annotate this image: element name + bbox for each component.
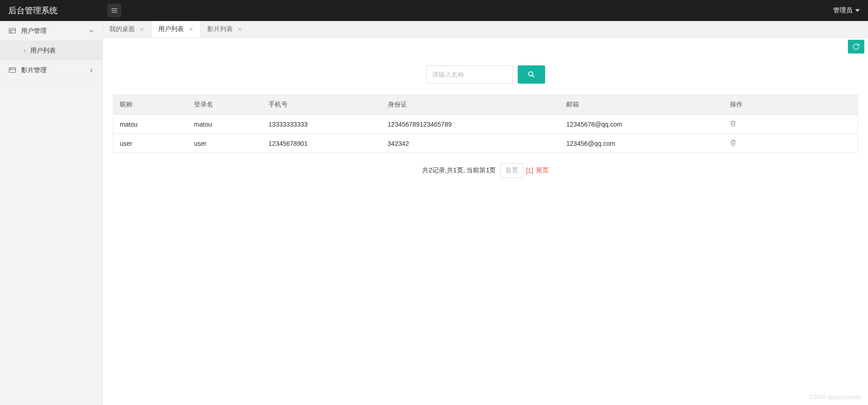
sidebar-item-movie-management[interactable]: 影片管理 [0,60,102,80]
chevron-down-icon [89,28,94,34]
user-menu[interactable]: 管理员 [833,6,868,15]
tab-user-list[interactable]: 用户列表 ✕ [152,21,201,37]
tab-label: 影片列表 [207,25,233,33]
sidebar-item-label: 用户管理 [21,27,89,35]
tab-label: 用户列表 [158,25,184,33]
col-phone: 手机号 [262,95,381,115]
svg-point-6 [11,31,11,32]
cell-nickname: user [113,134,188,153]
svg-rect-4 [9,28,16,33]
cell-login: user [188,134,262,153]
chevron-left-icon [89,68,94,73]
cell-nickname: matou [113,115,188,134]
caret-right-icon: › [24,48,26,54]
refresh-button[interactable] [848,40,864,53]
pagination-info: 共2记录,共1页, 当前第1页 [422,166,496,175]
toolbar [103,40,868,56]
svg-line-11 [532,75,534,77]
col-nickname: 昵称 [113,95,188,115]
tab-desktop[interactable]: 我的桌面 ✕ [103,21,152,37]
cell-action [723,115,857,134]
search-input[interactable] [426,65,513,84]
tab-movie-list[interactable]: 影片列表 ✕ [201,21,250,37]
cell-phone: 13333333333 [262,115,381,134]
content-pane: 昵称 登录名 手机号 身份证 邮箱 操作 matou matou 1333333 [103,38,868,405]
search-button[interactable] [518,65,545,84]
cell-idcard: 123456789123465789 [381,115,560,134]
header: 后台管理系统 管理员 [0,0,868,21]
sidebar: 用户管理 › 用户列表 影片管理 [0,21,103,405]
svg-rect-7 [9,68,16,73]
user-name: 管理员 [833,6,852,15]
pagination-current: [1] [526,167,533,174]
tab-label: 我的桌面 [109,25,135,33]
sidebar-subitem-label: 用户列表 [30,47,56,55]
pagination-last[interactable]: 尾页 [536,166,549,175]
tab-close-button[interactable]: ✕ [139,26,145,32]
cell-email: 123456@qq.com [560,134,723,153]
sidebar-item-label: 影片管理 [21,66,89,75]
svg-marker-3 [855,9,860,12]
pagination: 共2记录,共1页, 当前第1页 首页 [1] 尾页 [103,153,868,188]
cell-email: 12345678@qq.com [560,115,723,134]
hamburger-icon [111,7,118,14]
svg-point-10 [529,72,533,76]
tabs: 我的桌面 ✕ 用户列表 ✕ 影片列表 ✕ [103,21,868,38]
cell-login: matou [188,115,262,134]
user-management-icon [8,27,16,35]
col-action: 操作 [723,95,857,115]
movie-management-icon [8,66,16,75]
cell-action [723,134,857,153]
tab-close-button[interactable]: ✕ [236,26,243,32]
col-idcard: 身份证 [381,95,560,115]
main-content: 我的桌面 ✕ 用户列表 ✕ 影片列表 ✕ [103,21,868,405]
tab-close-button[interactable]: ✕ [188,26,194,32]
table-row: matou matou 13333333333 1234567891234657… [113,115,858,134]
cell-idcard: 342342 [381,134,560,153]
table-header-row: 昵称 登录名 手机号 身份证 邮箱 操作 [113,95,858,115]
col-login: 登录名 [188,95,262,115]
search-bar [103,56,868,95]
pagination-first[interactable]: 首页 [500,163,523,178]
chevron-down-icon [855,8,860,13]
sidebar-item-user-management[interactable]: 用户管理 [0,21,102,41]
search-icon [527,70,536,79]
cell-phone: 12345678901 [262,134,381,153]
user-table: 昵称 登录名 手机号 身份证 邮箱 操作 matou matou 1333333 [113,95,858,153]
refresh-icon [852,43,860,50]
app-title: 后台管理系统 [0,5,103,16]
table-row: user user 12345678901 342342 123456@qq.c… [113,134,858,153]
delete-icon[interactable] [730,139,736,146]
col-email: 邮箱 [560,95,723,115]
sidebar-toggle-button[interactable] [107,4,121,17]
sidebar-subitem-user-list[interactable]: › 用户列表 [0,41,102,60]
delete-icon[interactable] [730,120,736,127]
